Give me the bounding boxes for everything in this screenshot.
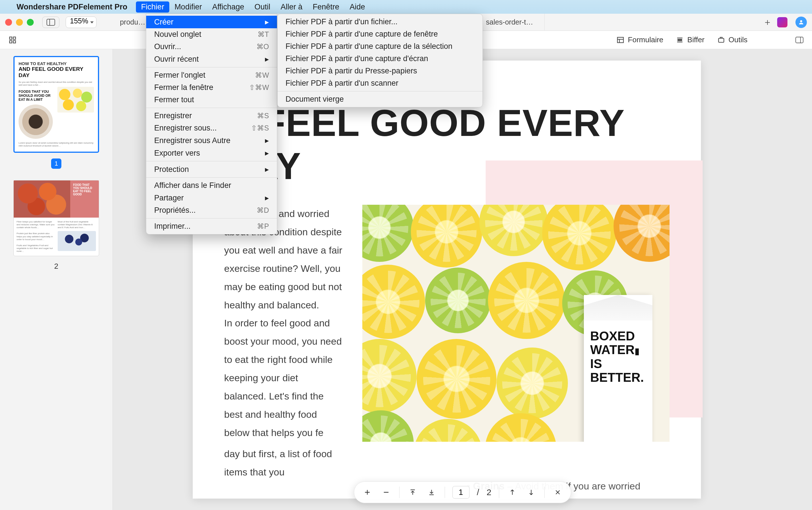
new-tab-button[interactable]: ＋ (761, 16, 774, 29)
page-label-2: 2 (7, 262, 106, 271)
dd-fermer-fenetre[interactable]: Fermer la fenêtre⇧⌘W (146, 81, 277, 94)
thumbnail-sidebar: HOW TO EAT HEALTHY AND FEEL GOOD EVERY D… (0, 49, 113, 510)
prev-page-button[interactable] (506, 487, 518, 498)
svg-rect-5 (10, 40, 12, 43)
dd-protection[interactable]: Protection▸ (146, 163, 277, 176)
berries-thumb-icon (58, 231, 96, 251)
svg-rect-3 (10, 37, 12, 39)
user-avatar-icon[interactable] (795, 17, 807, 28)
oranges-thumb-icon (14, 180, 70, 218)
citrus-hero-image: BOXEDWATER▮ISBETTER. (362, 205, 669, 442)
window-controls (5, 19, 34, 26)
dd-afficher-finder[interactable]: Afficher dans le Finder (146, 179, 277, 192)
thumb1-title1: HOW TO EAT HEALTHY (19, 61, 94, 66)
doc-tab-6[interactable]: sales-order-t… (474, 14, 545, 31)
macos-menubar: Wondershare PDFelement Pro Fichier Modif… (0, 0, 812, 14)
dd-ouvrir[interactable]: Ouvrir...⌘O (146, 40, 277, 53)
chevron-right-icon: ▸ (265, 18, 269, 27)
scroll-bottom-button[interactable] (426, 487, 437, 498)
sm-blank-document[interactable]: Document vierge (278, 93, 483, 105)
dd-nouvel-onglet[interactable]: Nouvel onglet⌘T (146, 28, 277, 40)
tool-outils[interactable]: Outils (717, 35, 748, 44)
dd-proprietes[interactable]: Propriétés...⌘D (146, 204, 277, 217)
body-text: eeling down and worried about this condi… (224, 205, 342, 481)
page-total: 2 (487, 487, 491, 497)
minimize-window-icon[interactable] (16, 19, 23, 26)
menu-modifier[interactable]: Modifier (169, 1, 207, 12)
tool-thumbnails[interactable] (8, 36, 17, 44)
thumb1-title2: AND FEEL GOOD EVERY DAY (19, 66, 94, 79)
dd-creer[interactable]: Créer▸ (146, 16, 277, 28)
sm-scanner[interactable]: Fichier PDF à partir d'un scanner (278, 77, 483, 89)
tool-formulaire[interactable]: Formulaire (616, 35, 663, 44)
menu-fichier[interactable]: Fichier (136, 1, 169, 12)
sm-clipboard[interactable]: Fichier PDF à partir du Presse-papiers (278, 65, 483, 77)
chevron-right-icon: ▸ (265, 136, 269, 145)
menu-outil[interactable]: Outil (249, 1, 276, 12)
close-floatbar-button[interactable] (552, 487, 563, 498)
sm-from-file[interactable]: Fichier PDF à partir d'un fichier... (278, 16, 483, 28)
svg-rect-7 (617, 37, 624, 42)
dd-enregistrer[interactable]: Enregistrer⌘S (146, 110, 277, 122)
svg-rect-4 (13, 37, 16, 39)
page-thumbnail-2[interactable]: FOOD THAT YOU SHOULD EAT TO FEEL GOOD Fi… (13, 180, 99, 256)
zoom-value: 155% (66, 17, 96, 28)
svg-rect-0 (47, 19, 55, 25)
menu-affichage[interactable]: Affichage (207, 1, 249, 12)
fichier-dropdown: Créer▸ Nouvel onglet⌘T Ouvrir...⌘O Ouvri… (146, 14, 277, 234)
close-window-icon[interactable] (5, 19, 12, 26)
tool-panel-toggle[interactable] (795, 36, 804, 44)
zoom-out-button[interactable] (380, 487, 392, 498)
menu-aller-a[interactable]: Aller à (276, 1, 308, 12)
thumb2-label: FOOD THAT YOU SHOULD EAT TO FEEL GOOD (70, 180, 99, 218)
boxed-water-carton: BOXEDWATER▮ISBETTER. (584, 295, 652, 442)
svg-rect-6 (13, 40, 16, 43)
sm-capture-window[interactable]: Fichier PDF à partir d'une capture de fe… (278, 28, 483, 40)
sidebar-toggle-button[interactable] (42, 17, 59, 28)
page-navigation-bar: / 2 (354, 481, 571, 503)
svg-point-2 (800, 20, 802, 22)
carton-text: BOXEDWATER▮ISBETTER. (584, 321, 652, 393)
app-name[interactable]: Wondershare PDFelement Pro (17, 3, 127, 11)
tool-biffer[interactable]: Biffer (676, 35, 704, 44)
page-slash: / (477, 487, 479, 497)
page-badge-1: 1 (51, 159, 61, 169)
zoom-select[interactable]: 155% (66, 17, 96, 28)
next-page-button[interactable] (525, 487, 537, 498)
chevron-right-icon: ▸ (265, 148, 269, 158)
sm-capture-screen[interactable]: Fichier PDF à partir d'une capture d'écr… (278, 53, 483, 65)
dd-ouvrir-recent[interactable]: Ouvrir récent▸ (146, 53, 277, 65)
fullscreen-window-icon[interactable] (27, 19, 34, 26)
dd-imprimer[interactable]: Imprimer...⌘P (146, 220, 277, 232)
scroll-top-button[interactable] (407, 487, 418, 498)
app-icon[interactable] (777, 17, 787, 27)
menu-aide[interactable]: Aide (344, 1, 370, 12)
svg-rect-11 (718, 38, 724, 42)
page-thumbnail-1[interactable]: HOW TO EAT HEALTHY AND FEEL GOOD EVERY D… (13, 56, 99, 153)
tool-formulaire-label: Formulaire (628, 35, 663, 44)
svg-rect-12 (796, 37, 803, 43)
dd-enregistrer-autre[interactable]: Enregistrer sous Autre▸ (146, 134, 277, 147)
creer-submenu: Fichier PDF à partir d'un fichier... Fic… (277, 14, 483, 107)
chevron-right-icon: ▸ (265, 193, 269, 202)
svg-rect-10 (678, 39, 682, 40)
dd-enregistrer-sous[interactable]: Enregistrer sous...⇧⌘S (146, 122, 277, 134)
dd-exporter[interactable]: Exporter vers▸ (146, 147, 277, 159)
zoom-in-button[interactable] (361, 487, 373, 498)
page-number-input[interactable] (452, 486, 469, 499)
thumb1-sub: FOODS THAT YOU SHOULD AVOID OR EAT IN A … (19, 90, 55, 102)
dd-partager[interactable]: Partager▸ (146, 192, 277, 204)
coffee-image-icon (19, 105, 53, 139)
dd-fermer-onglet[interactable]: Fermer l'onglet⌘W (146, 69, 277, 81)
menu-fenetre[interactable]: Fenêtre (308, 1, 344, 12)
sm-capture-selection[interactable]: Fichier PDF à partir d'une capture de la… (278, 40, 483, 53)
tool-biffer-label: Biffer (687, 35, 704, 44)
chevron-right-icon: ▸ (265, 165, 269, 174)
citrus-thumb-icon (57, 87, 94, 113)
chevron-right-icon: ▸ (265, 55, 269, 64)
dd-fermer-tout[interactable]: Fermer tout (146, 94, 277, 106)
tool-outils-label: Outils (729, 35, 748, 44)
